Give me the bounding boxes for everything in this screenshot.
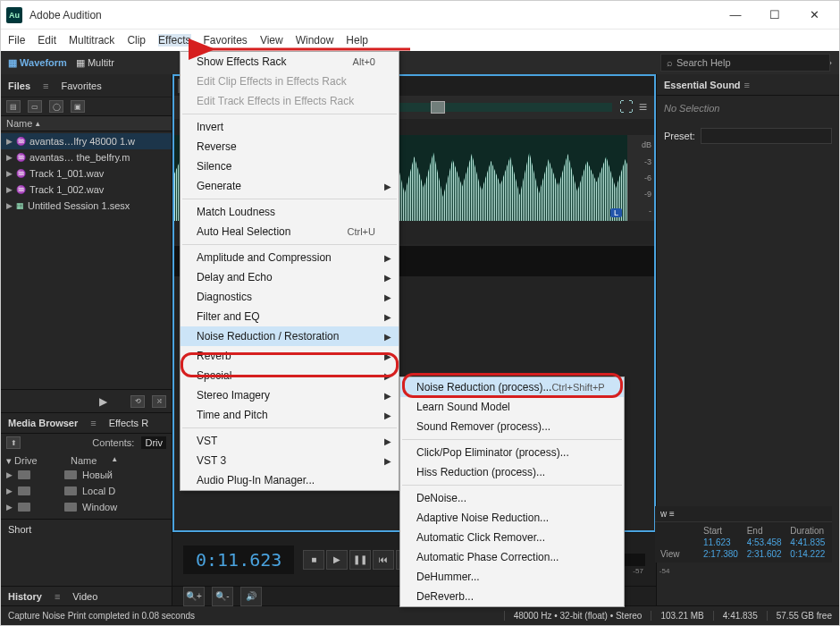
mode-waveform[interactable]: Waveform (8, 57, 67, 69)
chevron-right-icon: ▶ (6, 185, 13, 194)
clip-icon[interactable]: ▣ (71, 100, 85, 113)
tab-shortcuts[interactable]: Short (1, 519, 172, 538)
timecode-display[interactable]: 0:11.623 (196, 549, 281, 571)
zoom-handle[interactable] (431, 101, 445, 114)
submenu-item[interactable]: Automatic Click Remover... (400, 528, 624, 547)
menu-help[interactable]: Help (346, 34, 368, 47)
status-message: Capture Noise Print completed in 0.08 se… (8, 611, 195, 621)
new-file-icon[interactable]: ▤ (6, 100, 21, 113)
window-maximize-button[interactable]: ☐ (755, 3, 794, 28)
file-row[interactable]: ▶♒Track 1_001.wav (1, 165, 172, 182)
session-icon: ▦ (16, 201, 24, 210)
autoplay-icon[interactable]: ⤭ (152, 395, 166, 408)
stop-button[interactable]: ■ (303, 550, 324, 570)
file-row[interactable]: ▶♒avantas…lfry 48000 1.w (1, 133, 172, 149)
menu-item[interactable]: Silence (181, 156, 399, 176)
contents-value[interactable]: Driv (141, 436, 166, 449)
submenu-item[interactable]: DeNoise... (400, 488, 624, 508)
submenu-item[interactable]: DeReverb... (400, 587, 624, 606)
submenu-item[interactable]: Hiss Reduction (process)... (400, 462, 624, 482)
menu-item[interactable]: Auto Heal SelectionCtrl+U (181, 222, 399, 241)
menu-item[interactable]: Generate▶ (181, 176, 399, 196)
submenu-item[interactable]: Noise Reduction (process)...Ctrl+Shift+P (400, 377, 624, 397)
menu-item-label: Edit Clip Effects in Effects Rack (197, 75, 347, 88)
loop-icon[interactable]: ⟲ (130, 395, 145, 408)
menu-item[interactable]: Diagnostics▶ (181, 287, 399, 307)
tab-files[interactable]: Files (8, 80, 30, 91)
tab-media-browser[interactable]: Media Browser (8, 418, 78, 428)
tab-video[interactable]: Video (72, 591, 97, 602)
menu-item[interactable]: Show Effects RackAlt+0 (181, 52, 399, 72)
files-name-header[interactable]: Name▲ (1, 115, 172, 131)
submenu-item[interactable]: Click/Pop Eliminator (process)... (400, 443, 624, 462)
selview-header[interactable]: w ≡ (655, 506, 832, 522)
menu-file[interactable]: File (8, 34, 25, 47)
speaker-icon[interactable]: 🔊 (240, 587, 262, 606)
menu-item-label: Delay and Echo (197, 271, 273, 283)
record-icon[interactable]: ◯ (49, 100, 63, 113)
zoom-in-icon[interactable]: 🔍+ (183, 587, 205, 606)
menu-item[interactable]: Amplitude and Compression▶ (181, 248, 399, 267)
menu-item[interactable]: Stereo Imagery▶ (181, 385, 399, 405)
menu-window[interactable]: Window (296, 34, 334, 47)
submenu-arrow-icon: ▶ (384, 351, 391, 361)
tab-essential-sound[interactable]: Essential Sound (664, 80, 741, 90)
file-row[interactable]: ▶♒avantas… the_belfry.m (1, 149, 172, 165)
preset-dropdown[interactable] (701, 128, 832, 144)
menu-item[interactable]: Noise Reduction / Restoration▶ (181, 326, 399, 346)
tab-effects-rack[interactable]: Effects R (109, 418, 148, 428)
submenu-arrow-icon: ▶ (384, 436, 391, 446)
drive-row[interactable]: ▶Local D (6, 483, 166, 499)
menu-view[interactable]: View (260, 34, 283, 47)
menu-item[interactable]: Delay and Echo▶ (181, 267, 399, 287)
menu-item-label: Match Loudness (197, 206, 275, 218)
open-file-icon[interactable]: ▭ (28, 100, 42, 113)
menu-clip[interactable]: Clip (127, 34, 146, 47)
menu-edit[interactable]: Edit (38, 34, 56, 47)
menu-favorites[interactable]: Favorites (204, 34, 248, 47)
submenu-arrow-icon: ▶ (384, 371, 391, 381)
menu-effects[interactable]: Effects (158, 34, 190, 47)
media-up-icon[interactable]: ⬆ (6, 436, 21, 449)
media-col-drive[interactable]: ▾ Drive (6, 455, 56, 467)
window-minimize-button[interactable]: — (716, 3, 755, 28)
tab-history[interactable]: History (8, 591, 42, 602)
menu-item[interactable]: Reverse (181, 137, 399, 156)
menu-item[interactable]: Invert (181, 117, 399, 137)
menu-item[interactable]: Time and Pitch▶ (181, 405, 399, 425)
mode-multitrack[interactable]: ▦ Multitr (76, 57, 114, 69)
drive-row[interactable]: ▶Новый (6, 467, 166, 483)
search-help-input[interactable]: ⌕ Search Help (660, 54, 830, 72)
menu-item[interactable]: VST▶ (181, 431, 399, 451)
menu-item[interactable]: Reverb▶ (181, 346, 399, 366)
submenu-item[interactable]: Sound Remover (process)... (400, 417, 624, 436)
submenu-item[interactable]: DeHummer... (400, 567, 624, 587)
submenu-item[interactable]: Automatic Phase Correction... (400, 547, 624, 567)
menu-multitrack[interactable]: Multitrack (69, 34, 114, 47)
menu-item[interactable]: Special▶ (181, 366, 399, 385)
zoom-tools-icon[interactable]: ⛶ (619, 99, 634, 115)
menu-item[interactable]: Match Loudness (181, 202, 399, 222)
essential-no-selection: No Selection (657, 96, 839, 121)
zoom-out-icon[interactable]: 🔍- (212, 587, 233, 606)
submenu-arrow-icon: ▶ (384, 253, 391, 263)
media-col-name[interactable]: Name (71, 455, 97, 467)
prev-button[interactable]: ⏮ (373, 550, 394, 570)
drive-row[interactable]: ▶Window (6, 499, 166, 515)
submenu-item[interactable]: Learn Sound Model (400, 397, 624, 417)
file-row[interactable]: ▶♒Track 1_002.wav (1, 182, 172, 198)
play-preview-button[interactable]: ▶ (99, 395, 107, 408)
waveform-icon: ♒ (16, 185, 26, 194)
file-row[interactable]: ▶▦Untitled Session 1.sesx (1, 198, 172, 214)
play-button[interactable]: ▶ (326, 550, 348, 570)
menu-item-label: Amplitude and Compression (197, 251, 332, 264)
pause-button[interactable]: ❚❚ (349, 550, 371, 570)
menu-item[interactable]: Filter and EQ▶ (181, 307, 399, 326)
panel-menu-icon[interactable]: ≡ (639, 99, 647, 115)
menu-item[interactable]: VST 3▶ (181, 451, 399, 470)
menu-item-label: Diagnostics (197, 291, 252, 303)
tab-favorites[interactable]: Favorites (62, 80, 102, 91)
submenu-item[interactable]: Adaptive Noise Reduction... (400, 508, 624, 528)
menu-item[interactable]: Audio Plug-In Manager... (181, 470, 399, 490)
window-close-button[interactable]: ✕ (794, 3, 834, 28)
